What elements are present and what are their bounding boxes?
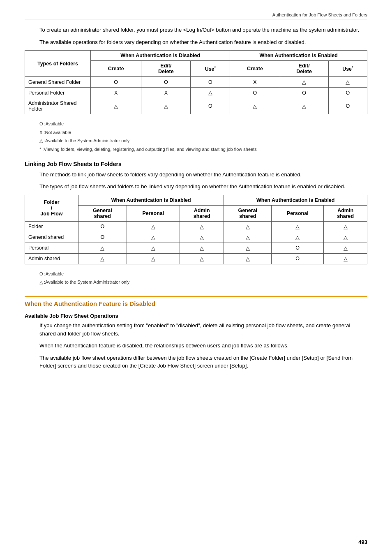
page-header: Authentication for Job Flow Sheets and F… <box>25 12 367 19</box>
cell: △ <box>324 243 367 253</box>
cell: O <box>328 98 367 114</box>
table2-group1-header: When Authentication is Disabled <box>78 195 224 205</box>
legend-item: O :Available <box>39 120 367 128</box>
t2-gen2: Generalshared <box>224 205 272 221</box>
cell: △ <box>180 243 224 253</box>
row-label: Folder <box>25 221 78 232</box>
cell: O <box>78 232 127 243</box>
cell: △ <box>91 98 141 114</box>
table-row: Personal △ △ △ △ O △ <box>25 243 367 253</box>
legend-item: △ :Available to the System Administrator… <box>39 137 367 145</box>
row-label: Admin shared <box>25 253 78 264</box>
header-title: Authentication for Job Flow Sheets and F… <box>272 12 367 17</box>
page-number: 493 <box>358 539 367 545</box>
cell: O <box>141 77 191 88</box>
cell: △ <box>324 232 367 243</box>
cell: O <box>91 77 141 88</box>
legend-item: * :Viewing folders, viewing, deleting, r… <box>39 146 367 153</box>
table1-types-header: Types of Folders <box>25 51 91 77</box>
cell: △ <box>224 232 272 243</box>
t2-admin2: Adminshared <box>324 205 367 221</box>
cell: O <box>191 77 230 88</box>
row-label: Administrator SharedFolder <box>25 98 91 114</box>
t1-use2: Use* <box>328 61 367 77</box>
cell: O <box>272 253 324 264</box>
auth-para-1: If you change the authentication setting… <box>39 321 367 338</box>
row-label: Personal Folder <box>25 88 91 98</box>
cell: △ <box>224 221 272 232</box>
t1-create2: Create <box>230 61 280 77</box>
table1-legend: O :Available X :Not available △ :Availab… <box>25 120 367 153</box>
cell: △ <box>127 221 180 232</box>
intro-block: To create an administrator shared folder… <box>25 26 367 46</box>
t1-use1: Use* <box>191 61 230 77</box>
t2-personal1: Personal <box>127 205 180 221</box>
cell: △ <box>127 243 180 253</box>
auth-disabled-subheading: Available Job Flow Sheet Operations <box>25 313 367 319</box>
cell: △ <box>224 243 272 253</box>
table-row: Admin shared △ △ △ △ O △ <box>25 253 367 264</box>
table2-folder-jobflow-header: Folder/Job Flow <box>25 195 78 221</box>
cell: △ <box>272 232 324 243</box>
linking-para-1: The methods to link job flow sheets to f… <box>39 171 367 179</box>
legend-item: △ :Available to the System Administrator… <box>39 278 367 286</box>
cell: △ <box>324 221 367 232</box>
cell: △ <box>180 221 224 232</box>
cell: △ <box>127 253 180 264</box>
t1-editdelete1: Edit/Delete <box>141 61 191 77</box>
legend-item: O :Available <box>39 270 367 278</box>
auth-disabled-section: When the Authentication Feature is Disab… <box>25 296 367 370</box>
cell: △ <box>180 253 224 264</box>
cell: O <box>191 98 230 114</box>
cell: X <box>91 88 141 98</box>
cell: △ <box>191 88 230 98</box>
folders-table: Types of Folders When Authentication is … <box>25 50 367 114</box>
linking-table: Folder/Job Flow When Authentication is D… <box>25 195 367 264</box>
cell: O <box>230 88 280 98</box>
t2-personal2: Personal <box>272 205 324 221</box>
table2-legend: O :Available △ :Available to the System … <box>25 270 367 286</box>
auth-disabled-body: If you change the authentication setting… <box>25 321 367 370</box>
cell: △ <box>127 232 180 243</box>
linking-section-body: The methods to link job flow sheets to f… <box>25 171 367 191</box>
auth-disabled-title: When the Authentication Feature is Disab… <box>25 300 367 307</box>
table-row: Administrator SharedFolder △ △ O △ △ O <box>25 98 367 114</box>
auth-para-3: The available job flow sheet operations … <box>39 354 367 370</box>
table-row: Folder O △ △ △ △ △ <box>25 221 367 232</box>
cell: △ <box>328 77 367 88</box>
intro-para-2: The available operations for folders var… <box>39 38 367 46</box>
legend-item: X :Not available <box>39 129 367 136</box>
cell: △ <box>78 243 127 253</box>
cell: △ <box>78 253 127 264</box>
cell: △ <box>230 98 280 114</box>
intro-para-1: To create an administrator shared folder… <box>39 26 367 34</box>
table-row: Personal Folder X X △ O O O <box>25 88 367 98</box>
table1-group2-header: When Authentication is Enabled <box>230 51 367 61</box>
cell: O <box>280 88 328 98</box>
t2-admin1: Adminshared <box>180 205 224 221</box>
t1-editdelete2: Edit/Delete <box>280 61 328 77</box>
cell: △ <box>180 232 224 243</box>
cell: O <box>78 221 127 232</box>
row-label: General Shared Folder <box>25 77 91 88</box>
table-row: General Shared Folder O O O X △ △ <box>25 77 367 88</box>
cell: △ <box>272 221 324 232</box>
t2-gen1: Generalshared <box>78 205 127 221</box>
table2-group2-header: When Authentication is Enabled <box>224 195 367 205</box>
cell: △ <box>280 77 328 88</box>
linking-section-heading: Linking Job Flow Sheets to Folders <box>25 161 367 167</box>
auth-para-2: When the Authentication feature is disab… <box>39 342 367 350</box>
table-row: General shared O △ △ △ △ △ <box>25 232 367 243</box>
cell: △ <box>280 98 328 114</box>
cell: X <box>230 77 280 88</box>
row-label: Personal <box>25 243 78 253</box>
linking-para-2: The types of job flow sheets and folders… <box>39 183 367 191</box>
cell: △ <box>324 253 367 264</box>
row-label: General shared <box>25 232 78 243</box>
page: Authentication for Job Flow Sheets and F… <box>0 0 392 555</box>
cell: O <box>272 243 324 253</box>
cell: O <box>328 88 367 98</box>
cell: X <box>141 88 191 98</box>
t1-create1: Create <box>91 61 141 77</box>
table1-group1-header: When Authentication is Disabled <box>91 51 230 61</box>
